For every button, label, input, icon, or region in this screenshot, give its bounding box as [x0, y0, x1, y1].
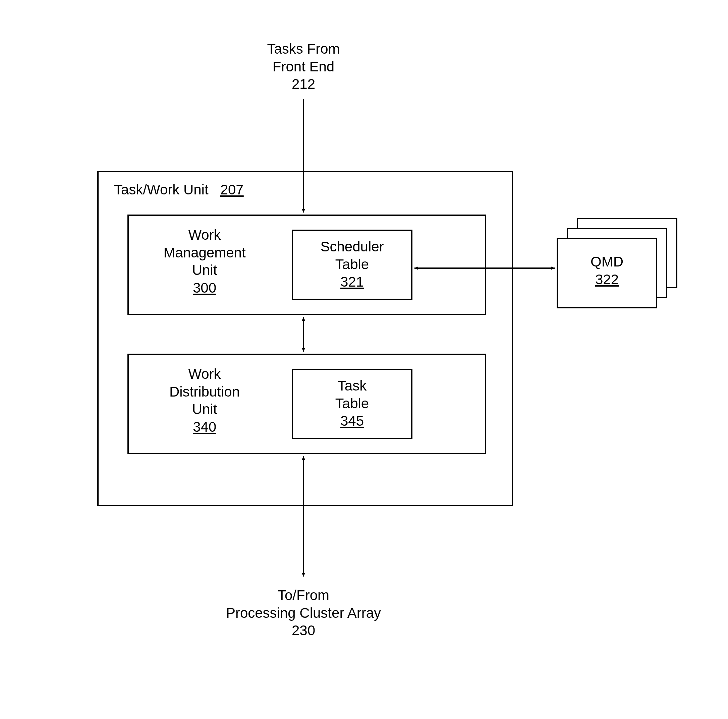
- wmu-line2: Management: [141, 244, 268, 262]
- wmu-line3: Unit: [141, 261, 268, 279]
- bottom-line1: To/From: [211, 586, 396, 605]
- task-table-line2: Table: [292, 395, 413, 413]
- wdu-line3: Unit: [141, 401, 268, 418]
- top-label: Tasks From Front End 212: [228, 40, 379, 93]
- task-table-ref: 345: [292, 412, 413, 430]
- container-ref: 207: [220, 182, 244, 197]
- container-label: Task/Work Unit 207: [114, 181, 244, 199]
- scheduler-label: Scheduler Table 321: [292, 238, 413, 291]
- wdu-line1: Work: [141, 365, 268, 383]
- wmu-label: Work Management Unit 300: [141, 226, 268, 297]
- top-label-ref: 212: [228, 75, 379, 93]
- task-table-label: Task Table 345: [292, 377, 413, 430]
- task-table-line1: Task: [292, 377, 413, 395]
- container-label-text: Task/Work Unit: [114, 182, 209, 197]
- bottom-line2: Processing Cluster Array: [211, 605, 396, 622]
- bottom-label: To/From Processing Cluster Array 230: [211, 586, 396, 640]
- qmd-text: QMD: [557, 253, 657, 271]
- qmd-ref: 322: [557, 271, 657, 289]
- top-label-line1: Tasks From: [228, 40, 379, 58]
- wdu-label: Work Distribution Unit 340: [141, 365, 268, 436]
- bottom-ref: 230: [211, 622, 396, 640]
- scheduler-ref: 321: [292, 273, 413, 291]
- qmd-label: QMD 322: [557, 253, 657, 288]
- wdu-line2: Distribution: [141, 383, 268, 401]
- scheduler-line2: Table: [292, 256, 413, 273]
- wmu-ref: 300: [141, 279, 268, 297]
- wdu-ref: 340: [141, 418, 268, 436]
- scheduler-line1: Scheduler: [292, 238, 413, 256]
- wmu-line1: Work: [141, 226, 268, 244]
- top-label-line2: Front End: [228, 58, 379, 76]
